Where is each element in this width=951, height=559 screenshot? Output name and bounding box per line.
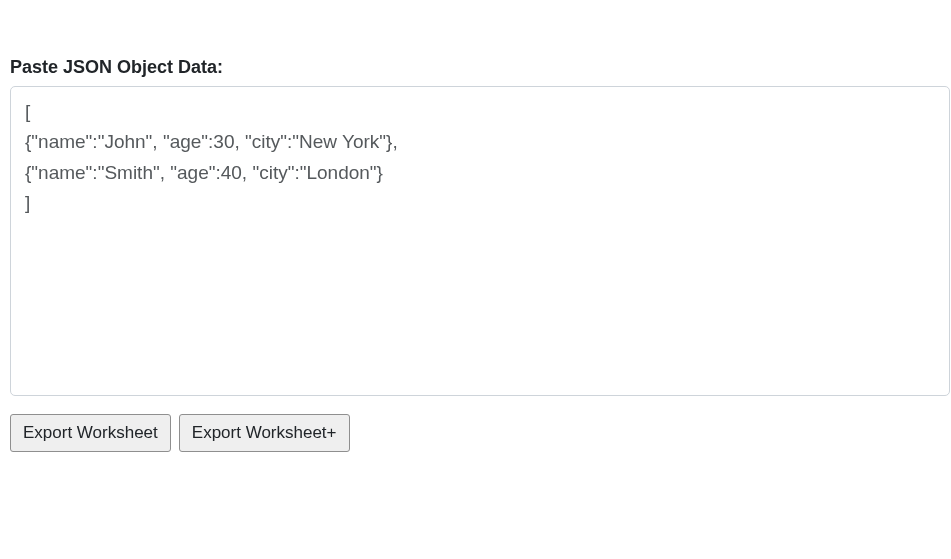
export-worksheet-button[interactable]: Export Worksheet: [10, 414, 171, 452]
json-input-label: Paste JSON Object Data:: [10, 57, 951, 78]
export-worksheet-plus-button[interactable]: Export Worksheet+: [179, 414, 350, 452]
json-input-textarea[interactable]: [10, 86, 950, 396]
button-row: Export Worksheet Export Worksheet+: [10, 414, 951, 452]
main-container: Paste JSON Object Data: Export Worksheet…: [0, 0, 951, 452]
